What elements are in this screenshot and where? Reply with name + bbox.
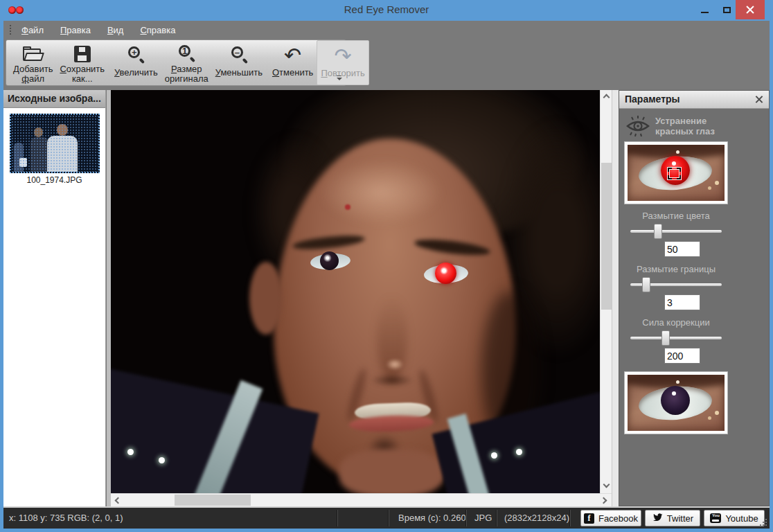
photo-canvas[interactable] — [111, 90, 600, 493]
horizontal-scroll-thumb[interactable] — [175, 495, 251, 506]
add-file-label: Добавить — [13, 64, 53, 74]
slider-thumb[interactable] — [654, 224, 662, 239]
slider-label-strength: Сила коррекции — [625, 317, 727, 328]
zoom-in-label: Увеличить — [114, 68, 158, 78]
slider-label-border-blur: Размытие границы — [625, 264, 727, 274]
source-thumbnail[interactable] — [10, 114, 100, 173]
slider-track[interactable] — [630, 337, 722, 339]
slider-thumb[interactable] — [661, 330, 670, 346]
vertical-scrollbar[interactable] — [600, 90, 612, 493]
original-size-label2: оригинала — [165, 74, 208, 84]
titlebar: Red Eye Remover — [0, 0, 773, 21]
selection-overlay — [11, 115, 98, 172]
toolbar-overflow-icon[interactable] — [336, 76, 343, 82]
thumbnail-filename: 100_1974.JPG — [3, 175, 105, 185]
color-blur-slider[interactable] — [630, 224, 722, 239]
original-size-button[interactable]: 1 Размер оригинала — [161, 40, 212, 85]
menubar: Файл Правка Вид Справка — [3, 21, 770, 39]
correction-strength-input[interactable] — [664, 348, 700, 364]
facebook-label: Facebook — [598, 513, 638, 524]
vertical-scroll-thumb[interactable] — [601, 163, 612, 310]
source-panel-title: Исходные изобра... — [3, 90, 105, 108]
redo-label: Повторить — [321, 69, 364, 78]
zoom-out-icon: – — [229, 45, 249, 66]
menu-view[interactable]: Вид — [100, 22, 131, 38]
slider-label-color-blur: Размытие цвета — [625, 211, 727, 221]
scroll-up-icon[interactable] — [603, 94, 610, 101]
image-dimensions: (2832x2128x24) — [504, 508, 569, 529]
statusbar-separator — [570, 510, 571, 526]
redeye-after-preview — [625, 372, 727, 434]
cursor-coordinates: x: 1108 y: 735 RGB: (2, 0, 1) — [9, 508, 123, 529]
tool-name: Устранение красных глаз — [655, 116, 715, 136]
scroll-down-icon[interactable] — [603, 481, 610, 488]
border-blur-input[interactable] — [664, 294, 700, 310]
window-title: Red Eye Remover — [0, 3, 773, 15]
menu-file[interactable]: Файл — [15, 22, 51, 38]
undo-button[interactable]: ↶ Отменить — [269, 40, 317, 85]
correction-strength-slider[interactable] — [630, 330, 722, 346]
statusbar-separator — [497, 510, 497, 526]
twitter-icon — [652, 513, 663, 523]
add-file-label2: файл — [21, 74, 44, 84]
file-format: JPG — [474, 508, 492, 529]
save-as-button[interactable]: Сохранить как... — [56, 40, 108, 85]
youtube-label: Youtube — [725, 513, 758, 524]
scroll-right-icon[interactable] — [601, 497, 607, 504]
resize-grip-icon[interactable] — [765, 524, 767, 526]
corrected-eye[interactable] — [320, 251, 339, 270]
original-size-icon: 1 — [176, 44, 197, 64]
twitter-label: Twitter — [667, 513, 693, 524]
eye-icon — [625, 116, 651, 136]
right-splitter[interactable] — [612, 90, 619, 506]
menu-edit[interactable]: Правка — [53, 22, 98, 38]
zoom-in-button[interactable]: + Увеличить — [111, 40, 161, 85]
eye-selection-marker — [668, 168, 681, 179]
parameters-panel: Параметры — [619, 90, 770, 506]
redeye-tool-header: Устранение красных глаз — [625, 116, 733, 136]
statusbar: x: 1108 y: 735 RGB: (2, 0, 1) Время (с):… — [3, 506, 770, 529]
youtube-icon: You — [710, 513, 721, 523]
add-file-button[interactable]: Добавить файл — [10, 40, 56, 85]
close-button[interactable] — [736, 0, 765, 19]
minimize-button[interactable] — [694, 0, 715, 19]
zoom-out-label: Уменьшить — [215, 68, 263, 78]
canvas-area — [111, 90, 612, 506]
statusbar-separator — [337, 510, 338, 526]
zoom-in-icon: + — [125, 45, 146, 66]
border-blur-slider[interactable] — [630, 277, 722, 292]
facebook-icon: f — [584, 513, 594, 524]
facebook-button[interactable]: f Facebook — [580, 510, 641, 526]
open-folder-icon — [23, 46, 44, 61]
statusbar-separator — [466, 510, 467, 526]
toolbar: Добавить файл Сохранить как... + Увеличи… — [6, 39, 346, 86]
maximize-icon — [723, 7, 731, 13]
slider-thumb[interactable] — [642, 277, 650, 292]
undo-icon: ↶ — [284, 45, 301, 66]
youtube-button[interactable]: You Youtube — [704, 510, 765, 526]
undo-label: Отменить — [272, 68, 313, 78]
save-as-label2: как... — [72, 74, 93, 84]
horizontal-scrollbar[interactable] — [111, 493, 612, 506]
color-blur-input[interactable] — [664, 241, 700, 257]
zoom-out-button[interactable]: – Уменьшить — [212, 40, 266, 85]
menu-grip-icon[interactable] — [9, 24, 12, 35]
original-size-label: Размер — [171, 64, 202, 74]
red-eye-target[interactable] — [435, 263, 456, 284]
panel-close-icon[interactable] — [755, 95, 763, 103]
twitter-button[interactable]: Twitter — [645, 510, 700, 526]
save-as-label: Сохранить — [60, 64, 105, 74]
redeye-before-preview[interactable] — [625, 142, 727, 204]
minimize-icon — [701, 12, 709, 13]
redo-button[interactable]: ↷ Повторить — [317, 40, 368, 85]
redo-icon: ↷ — [335, 46, 352, 66]
parameters-panel-header: Параметры — [619, 91, 769, 109]
maximize-button[interactable] — [716, 0, 737, 19]
save-icon — [74, 46, 91, 62]
scroll-left-icon[interactable] — [115, 497, 122, 504]
close-icon — [746, 6, 754, 14]
main-area: Исходные изобра... 100_1974.JPG — [3, 88, 770, 506]
menu-help[interactable]: Справка — [133, 22, 182, 38]
app-window: Red Eye Remover Файл Правка Вид Справка … — [0, 0, 773, 532]
slider-track[interactable] — [630, 230, 722, 233]
